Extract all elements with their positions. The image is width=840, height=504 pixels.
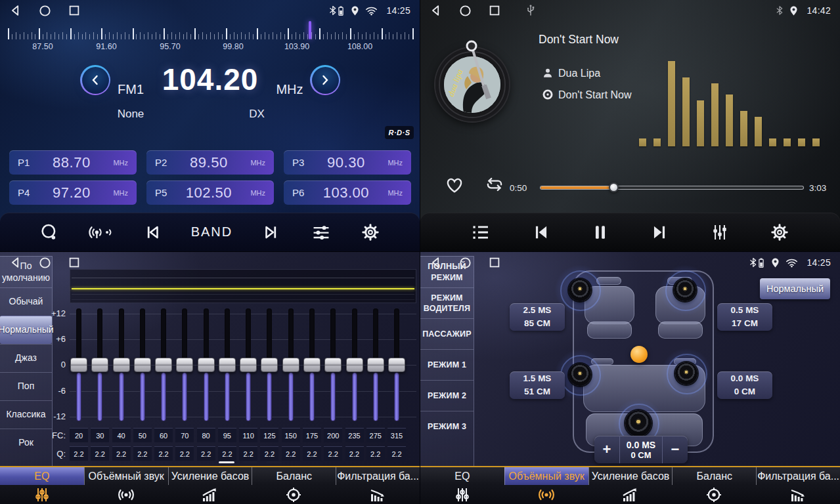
nav-back-icon[interactable] xyxy=(9,3,22,18)
eq-band-slider[interactable] xyxy=(367,308,384,421)
fader-icon[interactable] xyxy=(311,222,332,242)
nav-home-icon[interactable] xyxy=(38,4,52,18)
slider-handle[interactable] xyxy=(282,358,299,372)
seek-bar[interactable] xyxy=(540,186,804,190)
band-button[interactable]: BAND xyxy=(191,224,233,240)
nav-recents-icon[interactable] xyxy=(68,256,81,269)
delay-rear-left-button[interactable]: 1.5 MS 51 CM xyxy=(510,371,565,399)
preset-button-p6[interactable]: P6103.00MHz xyxy=(284,180,411,205)
delay-rear-right-button[interactable]: 0.0 MS 0 CM xyxy=(717,371,772,399)
nav-recents-icon[interactable] xyxy=(488,256,501,269)
prev-track-icon[interactable] xyxy=(143,222,162,242)
frequency-dial[interactable] xyxy=(8,24,412,41)
tune-up-button[interactable] xyxy=(310,65,340,95)
scan-icon[interactable] xyxy=(39,222,59,242)
eq-band-slider[interactable] xyxy=(91,308,108,421)
listening-position-ball[interactable] xyxy=(630,346,648,363)
eq-preset-4[interactable]: Джаз xyxy=(0,344,52,372)
preset-button-p5[interactable]: P5102.50MHz xyxy=(146,180,274,205)
stage-mode-3[interactable]: ПАССАЖИР xyxy=(420,318,474,349)
slider-handle[interactable] xyxy=(198,358,215,372)
eq-band-slider[interactable] xyxy=(219,308,236,421)
increase-delay-button[interactable]: + xyxy=(594,436,619,463)
tab-bass-boost[interactable]: Усиление басов xyxy=(168,467,252,504)
seek-knob[interactable] xyxy=(609,182,619,192)
slider-handle[interactable] xyxy=(324,358,342,372)
eq-band-slider[interactable] xyxy=(240,308,257,421)
slider-handle[interactable] xyxy=(240,358,257,372)
slider-handle[interactable] xyxy=(346,358,363,372)
dial-pointer[interactable] xyxy=(309,21,311,39)
slider-handle[interactable] xyxy=(155,358,172,372)
slider-handle[interactable] xyxy=(70,358,87,372)
pause-icon[interactable] xyxy=(592,222,609,242)
playlist-icon[interactable] xyxy=(471,223,491,242)
nav-back-icon[interactable] xyxy=(430,3,443,18)
eq-band-slider[interactable] xyxy=(134,308,151,421)
tab-bass-boost[interactable]: Усиление басов xyxy=(588,467,673,504)
preset-button-p3[interactable]: P390.30MHz xyxy=(284,150,411,175)
stage-mode-5[interactable]: РЕЖИМ 2 xyxy=(420,380,474,411)
slider-handle[interactable] xyxy=(261,358,278,372)
eq-preset-5[interactable]: Поп xyxy=(0,372,52,400)
prev-solid-icon[interactable] xyxy=(531,222,552,242)
stage-mode-6[interactable]: РЕЖИМ 3 xyxy=(420,411,474,442)
eq-band-slider[interactable] xyxy=(388,308,405,421)
mixer-icon[interactable] xyxy=(710,222,730,242)
nav-home-icon[interactable] xyxy=(38,256,52,270)
eq-band-slider[interactable] xyxy=(70,308,87,421)
tab-eq-sliders[interactable]: EQ xyxy=(0,467,84,504)
nav-home-icon[interactable] xyxy=(458,4,472,18)
slider-handle[interactable] xyxy=(91,358,108,372)
eq-band-slider[interactable] xyxy=(261,308,278,421)
eq-band-slider[interactable] xyxy=(303,308,321,421)
tab-eq-sliders[interactable]: EQ xyxy=(420,467,504,504)
eq-band-slider[interactable] xyxy=(346,308,363,421)
repeat-icon[interactable] xyxy=(483,175,506,194)
tab-surround[interactable]: Объёмный звук xyxy=(84,467,168,504)
delay-front-right-button[interactable]: 0.5 MS 17 CM xyxy=(717,303,772,331)
tab-balance[interactable]: Баланс xyxy=(252,467,336,504)
tab-surround[interactable]: Объёмный звук xyxy=(504,467,588,504)
eq-band-slider[interactable] xyxy=(198,308,215,421)
preset-button-p1[interactable]: P188.70MHz xyxy=(9,150,137,175)
eq-preset-3[interactable]: Нормальный xyxy=(0,316,52,344)
stage-mode-2[interactable]: РЕЖИМ ВОДИТЕЛЯ xyxy=(420,287,474,318)
eq-preset-6[interactable]: Классика xyxy=(0,400,52,429)
settings-icon[interactable] xyxy=(770,222,789,242)
eq-band-slider[interactable] xyxy=(113,308,130,421)
slider-handle[interactable] xyxy=(134,358,151,372)
settings-icon[interactable] xyxy=(361,222,380,242)
nav-back-icon[interactable] xyxy=(430,255,443,270)
slider-handle[interactable] xyxy=(176,358,193,372)
eq-preset-7[interactable]: Рок xyxy=(0,429,52,457)
slider-handle[interactable] xyxy=(367,358,384,372)
slider-handle[interactable] xyxy=(388,358,405,372)
nav-back-icon[interactable] xyxy=(9,255,22,270)
stage-mode-4[interactable]: РЕЖИМ 1 xyxy=(420,349,474,380)
tab-balance[interactable]: Баланс xyxy=(672,467,756,504)
eq-band-slider[interactable] xyxy=(324,308,342,421)
eq-band-slider[interactable] xyxy=(282,308,299,421)
tab-filter[interactable]: Фильтрация ба... xyxy=(336,467,420,504)
slider-handle[interactable] xyxy=(113,358,130,372)
nav-recents-icon[interactable] xyxy=(68,4,81,17)
slider-handle[interactable] xyxy=(303,358,321,372)
slider-handle[interactable] xyxy=(219,358,236,372)
tab-filter[interactable]: Фильтрация ба... xyxy=(756,467,840,504)
nav-home-icon[interactable] xyxy=(458,256,472,270)
eq-band-slider[interactable] xyxy=(176,308,193,421)
eq-preset-2[interactable]: Обычай xyxy=(0,287,52,316)
tune-down-button[interactable] xyxy=(80,65,110,95)
preset-button-p2[interactable]: P289.50MHz xyxy=(146,150,274,175)
next-track-icon[interactable] xyxy=(261,222,281,242)
sound-profile-button[interactable]: Нормальный xyxy=(760,278,830,299)
eq-band-slider[interactable] xyxy=(155,308,172,421)
nav-recents-icon[interactable] xyxy=(488,4,501,17)
delay-front-left-button[interactable]: 2.5 MS 85 CM xyxy=(510,303,565,331)
preset-button-p4[interactable]: P497.20MHz xyxy=(9,180,137,205)
decrease-delay-button[interactable]: − xyxy=(663,436,688,463)
next-solid-icon[interactable] xyxy=(649,222,670,242)
favorite-icon[interactable] xyxy=(444,175,465,194)
broadcast-icon[interactable] xyxy=(88,222,113,242)
